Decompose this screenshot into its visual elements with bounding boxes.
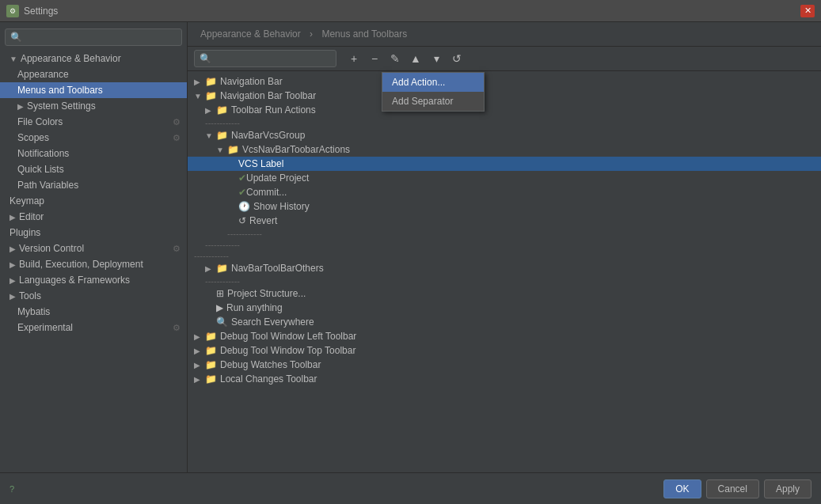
add-separator-item[interactable]: Add Separator bbox=[382, 92, 484, 111]
expand-icon: ▶ bbox=[205, 106, 216, 115]
sidebar-item-tools[interactable]: ▶ Tools bbox=[0, 288, 187, 304]
expand-icon: ▶ bbox=[194, 78, 205, 86]
tree-item-update-project[interactable]: ✔ Update Project bbox=[188, 171, 821, 185]
sidebar-item-path-variables[interactable]: Path Variables bbox=[0, 177, 187, 193]
sidebar-label: Scopes bbox=[17, 132, 49, 143]
tree-item-debug-tool-left[interactable]: ▶ 📁 Debug Tool Window Left Toolbar bbox=[188, 329, 821, 343]
folder-icon: 📁 bbox=[205, 359, 217, 370]
revert-icon: ↺ bbox=[238, 215, 246, 226]
tree-separator-2: ------------ bbox=[188, 228, 821, 239]
check-icon: ✔ bbox=[238, 172, 246, 184]
tree-item-navigation-bar[interactable]: ▶ 📁 Navigation Bar bbox=[188, 74, 821, 89]
add-dropdown-menu: Add Action... Add Separator bbox=[382, 72, 485, 112]
folder-icon: 📁 bbox=[227, 144, 239, 155]
add-action-item[interactable]: Add Action... bbox=[382, 73, 484, 92]
tree-item-commit[interactable]: ✔ Commit... bbox=[188, 185, 821, 199]
sidebar-item-editor[interactable]: ▶ Editor bbox=[0, 209, 187, 225]
sidebar-item-version-control[interactable]: ▶ Version Control ⚙ bbox=[0, 241, 187, 256]
tree-item-toolbar-run-actions[interactable]: ▶ 📁 Toolbar Run Actions bbox=[188, 103, 821, 117]
sidebar-label: Experimental bbox=[17, 322, 73, 333]
sidebar-item-appearance[interactable]: Appearance bbox=[0, 66, 187, 82]
add-button[interactable]: + bbox=[344, 50, 363, 67]
sidebar-label: Version Control bbox=[19, 243, 84, 254]
app-icon: ⚙ bbox=[6, 5, 19, 17]
sidebar-item-mybatis[interactable]: Mybatis bbox=[0, 304, 187, 320]
toolbar: + − ✎ ▲ ▾ ↺ Add Action... Add Separator bbox=[188, 47, 821, 71]
move-up-button[interactable]: ▲ bbox=[406, 50, 425, 67]
revert-button[interactable]: ↺ bbox=[447, 50, 466, 67]
close-button[interactable]: ✕ bbox=[800, 5, 815, 17]
tree-item-show-history[interactable]: 🕐 Show History bbox=[188, 199, 821, 214]
vc-icon: ⚙ bbox=[173, 244, 181, 254]
sidebar-label: Menus and Toolbars bbox=[17, 85, 103, 96]
sidebar-label: Plugins bbox=[10, 227, 40, 238]
tree-item-navbar-toolbar-others[interactable]: ▶ 📁 NavBarToolBarOthers bbox=[188, 261, 821, 275]
sidebar-label: Appearance bbox=[17, 69, 69, 80]
bottom-buttons: OK Cancel Apply bbox=[663, 479, 811, 498]
main-layout: ▼ Appearance & Behavior Appearance Menus… bbox=[0, 22, 821, 472]
sidebar-item-experimental[interactable]: Experimental ⚙ bbox=[0, 320, 187, 335]
file-colors-icon: ⚙ bbox=[173, 117, 181, 127]
move-down-button[interactable]: ▾ bbox=[427, 50, 446, 67]
sidebar-item-plugins[interactable]: Plugins bbox=[0, 225, 187, 241]
breadcrumb-separator: › bbox=[310, 28, 315, 40]
toolbar-search-input[interactable] bbox=[194, 50, 336, 67]
title-bar: ⚙ Settings ✕ bbox=[0, 0, 821, 22]
tree-label: Local Changes Toolbar bbox=[220, 373, 317, 385]
sidebar-item-languages-frameworks[interactable]: ▶ Languages & Frameworks bbox=[0, 272, 187, 288]
tree-separator-4: ------------ bbox=[188, 250, 821, 261]
tree-item-debug-tool-top[interactable]: ▶ 📁 Debug Tool Window Top Toolbar bbox=[188, 343, 821, 358]
edit-button[interactable]: ✎ bbox=[386, 50, 405, 67]
cancel-button[interactable]: Cancel bbox=[706, 479, 759, 498]
tree-label: Update Project bbox=[246, 172, 309, 184]
exp-icon: ⚙ bbox=[173, 323, 181, 333]
tree-item-run-anything[interactable]: ▶ Run anything bbox=[188, 301, 821, 315]
sidebar: ▼ Appearance & Behavior Appearance Menus… bbox=[0, 22, 188, 472]
tree-item-search-everywhere[interactable]: 🔍 Search Everywhere bbox=[188, 315, 821, 329]
help-button[interactable]: ? bbox=[10, 484, 14, 494]
tree-item-navbar-vcs-group[interactable]: ▼ 📁 NavBarVcsGroup bbox=[188, 128, 821, 142]
tree-separator-5: ------------ bbox=[188, 275, 821, 286]
tree-label: Commit... bbox=[246, 187, 287, 198]
sidebar-label: File Colors bbox=[17, 116, 63, 127]
sidebar-item-build-execution[interactable]: ▶ Build, Execution, Deployment bbox=[0, 256, 187, 272]
expand-icon: ▶ bbox=[205, 264, 216, 273]
sidebar-label: Editor bbox=[19, 211, 44, 222]
folder-icon: 📁 bbox=[205, 345, 217, 356]
sidebar-item-system-settings[interactable]: ▶ System Settings bbox=[0, 98, 187, 114]
scopes-icon: ⚙ bbox=[173, 133, 181, 143]
tree-label: Show History bbox=[253, 201, 310, 212]
sidebar-label: Notifications bbox=[17, 148, 69, 159]
tree-item-revert[interactable]: ↺ Revert bbox=[188, 214, 821, 228]
expand-icon: ▼ bbox=[205, 131, 216, 140]
sidebar-item-scopes[interactable]: Scopes ⚙ bbox=[0, 130, 187, 146]
tree-list: ▶ 📁 Navigation Bar ▼ 📁 Navigation Bar To… bbox=[188, 71, 821, 472]
sidebar-item-appearance-behavior[interactable]: ▼ Appearance & Behavior bbox=[0, 51, 187, 66]
window-title: Settings bbox=[24, 6, 800, 17]
sidebar-item-menus-toolbars[interactable]: Menus and Toolbars bbox=[0, 82, 187, 98]
ok-button[interactable]: OK bbox=[663, 479, 701, 498]
tree-item-nav-bar-toolbar[interactable]: ▼ 📁 Navigation Bar Toolbar bbox=[188, 89, 821, 103]
remove-button[interactable]: − bbox=[365, 50, 384, 67]
expand-icon: ▶ bbox=[10, 260, 16, 269]
expand-icon: ▶ bbox=[194, 375, 205, 384]
sidebar-item-keymap[interactable]: Keymap bbox=[0, 193, 187, 209]
tree-item-debug-watches[interactable]: ▶ 📁 Debug Watches Toolbar bbox=[188, 358, 821, 372]
tree-item-vcs-label[interactable]: VCS Label bbox=[188, 157, 821, 171]
sidebar-item-file-colors[interactable]: File Colors ⚙ bbox=[0, 114, 187, 130]
sidebar-label: Path Variables bbox=[17, 180, 78, 191]
tree-item-vcs-navbar-toolbar[interactable]: ▼ 📁 VcsNavBarToobarActions bbox=[188, 142, 821, 157]
sidebar-item-notifications[interactable]: Notifications bbox=[0, 146, 187, 161]
tree-label: Debug Tool Window Top Toolbar bbox=[220, 345, 355, 356]
apply-button[interactable]: Apply bbox=[764, 479, 811, 498]
tree-label: Debug Tool Window Left Toolbar bbox=[220, 331, 356, 342]
sidebar-search-input[interactable] bbox=[5, 28, 182, 46]
sidebar-label: Keymap bbox=[10, 195, 44, 207]
tree-item-project-structure[interactable]: ⊞ Project Structure... bbox=[188, 286, 821, 301]
tree-label: VcsNavBarToobarActions bbox=[242, 144, 350, 155]
sidebar-label: Mybatis bbox=[17, 306, 50, 317]
expand-icon: ▶ bbox=[10, 292, 16, 301]
tree-item-local-changes[interactable]: ▶ 📁 Local Changes Toolbar bbox=[188, 372, 821, 386]
sidebar-item-quick-lists[interactable]: Quick Lists bbox=[0, 161, 187, 177]
sidebar-label: Build, Execution, Deployment bbox=[19, 259, 143, 270]
